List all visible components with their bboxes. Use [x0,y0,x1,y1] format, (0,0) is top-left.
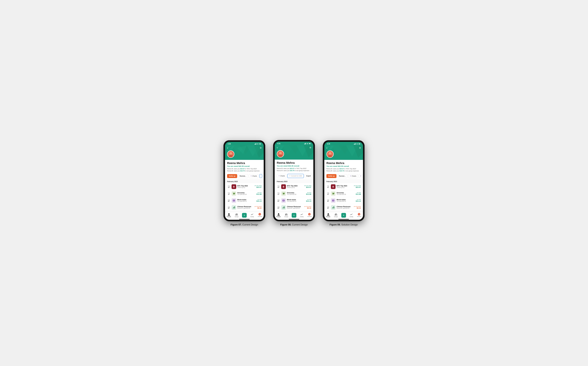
convert-label-08: Convert to USD [291,175,302,177]
table-row[interactable]: Feb17 GroceriesYou paid $25.95 you lent$… [324,190,363,197]
tx-date-0: Feb17 [227,185,231,188]
bottom-nav-07: Friends Groups + Activity [225,212,264,219]
tx-amount-08-1: you lent$12.98 [306,192,311,195]
table-row[interactable]: Feb07 Movie ticket You paid $30.25 you l… [225,197,264,204]
table-row[interactable]: Feb07 Movie ticketYou paid $30.25 you le… [275,197,313,204]
tx-icon-ticket-07-2 [232,198,236,203]
battery-icon-09 [359,143,360,145]
tx-icon-cart-09-1 [331,191,336,196]
bottom-nav-08: Friends Groups + Activity [275,212,313,219]
figure-08-container: 4:31 [273,140,315,226]
more-button-07[interactable]: ▼ [259,174,262,178]
nav-account-09[interactable]: Account [355,213,363,218]
charts-label-08: Charts [280,175,285,177]
transactions-08: February 2023 Feb17 NYC Trip 2023Shared … [275,179,313,212]
settle-up-button-09[interactable]: Settle up [326,174,336,178]
svg-rect-37 [355,143,356,145]
nav-account-07[interactable]: Account [256,213,264,218]
figure-caption-07: Figure 07. Current Design [231,223,258,226]
tx-info-08-0: NYC Trip 2023Shared group [287,185,303,188]
table-row[interactable]: Feb17 NYC Trip 2023Shared group you are … [275,183,313,190]
charts-triangle-icon-09: ▼ [350,175,351,177]
tx-amount-08-0: you are owed$23.57 [304,185,311,188]
table-row[interactable]: Feb17 Groceries You paid $25.95 you lent… [225,190,264,197]
status-time-09: 4:30 [327,143,330,145]
table-row[interactable]: Feb07 Chinese Resturant Reena M. paid $1… [225,204,264,211]
table-row[interactable]: Feb07 Movie ticketYou paid $30.25 you le… [324,197,363,204]
tx-amount-09-0: you are owed$23.57 [354,185,361,188]
caption-bold-08: Figure 08. [280,223,291,226]
nav-account-label-08: Account [307,216,312,217]
tx-amount-08-2: you lent$15.13 [306,199,311,202]
nav-account-label-09: Account [357,216,361,217]
groups-icon-08 [285,213,288,216]
back-button-07[interactable]: ‹ [227,146,228,149]
settings-button-07[interactable]: ⚙ [260,147,262,149]
nav-activity-label-07: Activity [250,216,254,217]
export-button-08[interactable]: Export [305,174,313,178]
home-indicator-07 [225,219,264,220]
header-nav-09: ‹ ⚙ [326,146,361,149]
profile-name-08: Reena Mehra [277,161,311,165]
nav-groups-label-08: Groups [284,216,288,217]
add-button-08[interactable]: + [292,213,296,218]
charts-triangle-icon-07: ▼ [250,175,252,177]
caption-text-07: Current Design [241,223,258,226]
add-button-07[interactable]: + [242,213,247,218]
nav-activity-07[interactable]: Activity [248,213,256,218]
nav-friends-07[interactable]: Friends [225,213,233,218]
nav-activity-09[interactable]: Activity [347,213,355,218]
nav-groups-08[interactable]: Groups [282,213,290,218]
nav-add-09[interactable]: + [340,213,347,218]
phone-screen-09: 4:30 [324,142,363,220]
back-button-09[interactable]: ‹ [326,146,327,149]
table-row[interactable]: Feb17 GroceriesYou paid $25.95 you lent$… [275,190,313,197]
action-buttons-08: ▼ Charts ▼ Convert to USD Export [275,173,313,179]
bottom-nav-09: Friends Groups + Activity [324,212,363,219]
tx-icon-plane-09-0 [331,184,336,189]
nav-activity-label-09: Activity [349,216,353,217]
settings-button-08[interactable]: ⚙ [309,146,311,149]
tx-date-2: Feb07 [227,199,231,202]
phone-header-08: ‹ ⚙ [275,145,313,160]
more-arrow-button-09[interactable]: ▼ [359,174,363,178]
nav-groups-label-07: Groups [235,216,239,217]
svg-rect-39 [359,144,360,144]
add-button-09[interactable]: + [341,213,346,218]
tx-info-09-1: GroceriesYou paid $25.95 [337,192,355,195]
groups-icon-07 [235,213,238,216]
svg-rect-21 [306,143,306,144]
nav-friends-09[interactable]: Friends [324,213,332,218]
remind-button-07[interactable]: Remind... [238,174,248,178]
tx-icon-food-07-3 [232,205,236,210]
charts-button-07[interactable]: ▼ Charts [249,174,259,178]
nav-add-08[interactable]: + [290,213,298,218]
table-row[interactable]: Feb17 NYC Trip 2023Shared group you are … [324,183,363,190]
table-row[interactable]: Feb07 Chinese ResturantReena M. paid $18… [324,204,363,211]
charts-button-08[interactable]: ▼ Charts [277,174,286,178]
home-bar-07 [239,219,249,220]
table-row[interactable]: Feb17 NYC Trip 2023 Shared group you are… [225,183,264,190]
convert-usd-button-08[interactable]: ▼ Convert to USD [287,174,304,178]
table-row[interactable]: Feb07 Chinese ResturantReena M. paid $18… [275,204,313,211]
nav-activity-08[interactable]: Activity [298,213,306,218]
tx-amount-07-0: you are owed $23.57 [255,185,262,188]
tx-info-07-3: Chinese Resturant Reena M. paid $18.65 [237,206,253,209]
settle-up-button-07[interactable]: Settle up [227,174,237,178]
phone-shell-08: 4:31 [273,140,315,221]
settings-button-09[interactable]: ⚙ [359,147,361,149]
avatar-07 [227,151,234,158]
nav-add-07[interactable]: + [241,213,248,218]
nav-friends-08[interactable]: Friends [275,213,282,218]
more-arrow-icon-09: ▼ [360,175,362,177]
back-button-08[interactable]: ‹ [277,146,278,149]
remind-button-09[interactable]: Remind... [337,174,347,178]
charts-button-09[interactable]: ▼ Charts [348,174,358,178]
action-buttons-09: Settle up Remind... ▼ Charts ▼ [324,173,363,179]
nav-account-08[interactable]: Account [306,213,313,218]
status-bar-09: 4:30 [324,142,363,145]
tx-date-08-0: Feb17 [277,185,280,188]
nav-account-label-07: Account [258,216,262,217]
nav-groups-09[interactable]: Groups [332,213,340,218]
nav-groups-07[interactable]: Groups [233,213,241,218]
